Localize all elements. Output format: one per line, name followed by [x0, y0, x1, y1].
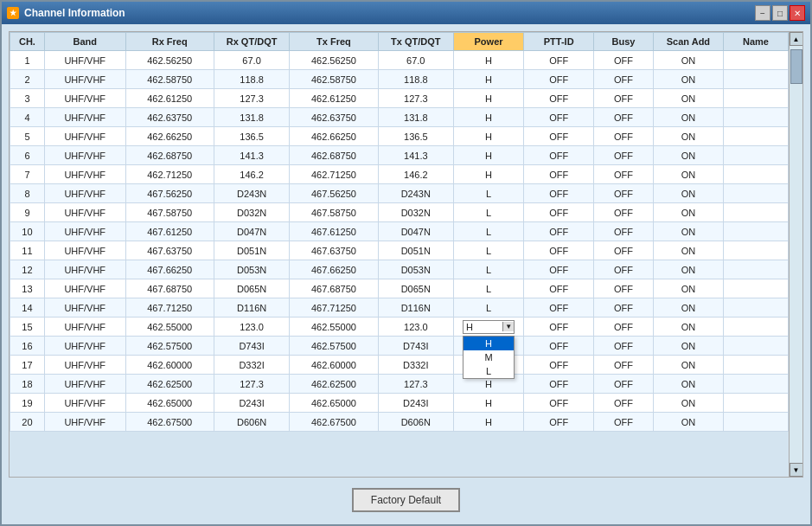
- cell-power[interactable]: H▼HML: [453, 318, 523, 337]
- cell-tx-qt: 127.3: [378, 89, 453, 108]
- maximize-button[interactable]: □: [772, 5, 788, 21]
- cell-ch: 9: [10, 203, 45, 222]
- cell-power: L: [453, 203, 523, 222]
- cell-pttid: OFF: [524, 279, 594, 298]
- dropdown-arrow-icon[interactable]: ▼: [502, 322, 514, 331]
- cell-power: H: [453, 146, 523, 165]
- cell-rx-qt: D053N: [214, 260, 289, 279]
- col-scan-add: Scan Add: [653, 33, 723, 51]
- col-pttid: PTT-ID: [524, 33, 594, 51]
- cell-busy: OFF: [594, 203, 654, 222]
- cell-tx-qt: 146.2: [378, 165, 453, 184]
- table-row: 13UHF/VHF467.68750D065N467.68750D065NLOF…: [10, 279, 789, 298]
- cell-ch: 14: [10, 298, 45, 318]
- dropdown-option[interactable]: H: [464, 337, 514, 350]
- cell-band: UHF/VHF: [44, 279, 125, 298]
- title-bar: ★ Channel Information − □ ✕: [2, 2, 810, 24]
- cell-rx-qt: D606N: [214, 413, 289, 432]
- scroll-track[interactable]: [790, 46, 803, 463]
- scroll-up-button[interactable]: ▲: [790, 32, 803, 46]
- dropdown-option[interactable]: L: [464, 364, 514, 378]
- cell-ch: 7: [10, 165, 45, 184]
- cell-pttid: OFF: [524, 51, 594, 70]
- cell-name: [724, 241, 789, 260]
- power-dropdown[interactable]: H▼: [463, 320, 515, 334]
- table-row: 6UHF/VHF462.68750141.3462.68750141.3HOFF…: [10, 146, 789, 165]
- table-scroll-area[interactable]: CH. Band Rx Freq Rx QT/DQT Tx Freq Tx QT…: [10, 32, 789, 477]
- cell-power: H: [453, 70, 523, 89]
- cell-rx-freq: 467.66250: [125, 260, 214, 279]
- cell-band: UHF/VHF: [44, 413, 125, 432]
- cell-pttid: OFF: [524, 165, 594, 184]
- cell-tx-freq: 462.68750: [290, 146, 378, 165]
- cell-rx-qt: D243I: [214, 394, 289, 413]
- cell-pttid: OFF: [524, 318, 594, 337]
- cell-band: UHF/VHF: [44, 184, 125, 203]
- cell-ch: 2: [10, 70, 45, 89]
- cell-tx-qt: D047N: [378, 222, 453, 241]
- cell-name: [724, 165, 789, 184]
- cell-rx-freq: 462.57500: [125, 337, 214, 356]
- cell-pttid: OFF: [524, 89, 594, 108]
- cell-name: [724, 89, 789, 108]
- cell-name: [724, 203, 789, 222]
- scroll-thumb[interactable]: [790, 49, 802, 84]
- factory-default-button[interactable]: Factory Default: [352, 488, 460, 512]
- title-buttons: − □ ✕: [755, 5, 805, 21]
- cell-name: [724, 260, 789, 279]
- cell-busy: OFF: [594, 279, 654, 298]
- cell-scan-add: ON: [653, 51, 723, 70]
- cell-rx-qt: D047N: [214, 222, 289, 241]
- cell-band: UHF/VHF: [44, 260, 125, 279]
- table-row: 17UHF/VHF462.60000D332I462.60000D332IHOF…: [10, 356, 789, 375]
- cell-power: L: [453, 298, 523, 318]
- cell-power: L: [453, 260, 523, 279]
- cell-name: [724, 337, 789, 356]
- cell-tx-freq: 462.61250: [290, 89, 378, 108]
- cell-pttid: OFF: [524, 413, 594, 432]
- cell-tx-qt: D032N: [378, 203, 453, 222]
- cell-rx-qt: 146.2: [214, 165, 289, 184]
- cell-rx-freq: 462.56250: [125, 51, 214, 70]
- cell-pttid: OFF: [524, 222, 594, 241]
- cell-power: L: [453, 241, 523, 260]
- vertical-scrollbar[interactable]: ▲ ▼: [789, 32, 802, 477]
- cell-ch: 19: [10, 394, 45, 413]
- cell-power: H: [453, 89, 523, 108]
- cell-ch: 16: [10, 337, 45, 356]
- cell-rx-qt: D051N: [214, 241, 289, 260]
- channel-table-container: CH. Band Rx Freq Rx QT/DQT Tx Freq Tx QT…: [9, 31, 803, 478]
- cell-tx-qt: D243N: [378, 184, 453, 203]
- cell-scan-add: ON: [653, 146, 723, 165]
- cell-scan-add: ON: [653, 165, 723, 184]
- cell-band: UHF/VHF: [44, 108, 125, 127]
- scroll-down-button[interactable]: ▼: [790, 463, 803, 477]
- cell-scan-add: ON: [653, 318, 723, 337]
- close-button[interactable]: ✕: [790, 5, 805, 21]
- table-row: 12UHF/VHF467.66250D053N467.66250D053NLOF…: [10, 260, 789, 279]
- cell-power: H: [453, 413, 523, 432]
- cell-scan-add: ON: [653, 108, 723, 127]
- cell-tx-qt: D053N: [378, 260, 453, 279]
- cell-tx-qt: D743I: [378, 337, 453, 356]
- cell-tx-qt: 131.8: [378, 108, 453, 127]
- cell-busy: OFF: [594, 356, 654, 375]
- cell-ch: 8: [10, 184, 45, 203]
- cell-busy: OFF: [594, 394, 654, 413]
- cell-rx-freq: 462.61250: [125, 89, 214, 108]
- cell-band: UHF/VHF: [44, 356, 125, 375]
- dropdown-option[interactable]: M: [464, 350, 514, 364]
- cell-tx-freq: 462.55000: [290, 318, 378, 337]
- cell-name: [724, 51, 789, 70]
- cell-tx-freq: 467.58750: [290, 203, 378, 222]
- cell-power: L: [453, 279, 523, 298]
- cell-rx-qt: D116N: [214, 298, 289, 318]
- cell-scan-add: ON: [653, 279, 723, 298]
- cell-scan-add: ON: [653, 70, 723, 89]
- cell-tx-qt: 136.5: [378, 127, 453, 146]
- cell-name: [724, 279, 789, 298]
- minimize-button[interactable]: −: [755, 5, 770, 21]
- cell-band: UHF/VHF: [44, 318, 125, 337]
- table-header: CH. Band Rx Freq Rx QT/DQT Tx Freq Tx QT…: [10, 33, 789, 51]
- cell-scan-add: ON: [653, 394, 723, 413]
